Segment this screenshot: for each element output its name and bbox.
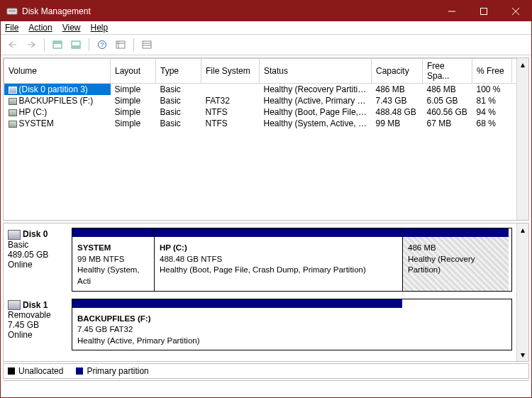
volume-icon xyxy=(9,98,17,105)
statusbar xyxy=(3,380,529,395)
titlebar: Disk Management xyxy=(1,1,531,21)
legend-primary-label: Primary partition xyxy=(87,366,148,376)
disk-graphical-pane: Disk 0Basic489.05 GBOnlineSYSTEM99 MB NT… xyxy=(3,223,529,361)
volume-icon xyxy=(9,87,17,94)
scroll-up-icon[interactable]: ▴ xyxy=(517,223,528,236)
app-icon xyxy=(6,6,18,17)
table-row[interactable]: SYSTEMSimpleBasicNTFSHealthy (System, Ac… xyxy=(4,118,528,129)
col-layout[interactable]: Layout xyxy=(111,59,156,84)
graphical-scrollbar[interactable]: ▴ ▾ xyxy=(516,223,528,360)
disk-row: Disk 0Basic489.05 GBOnlineSYSTEM99 MB NT… xyxy=(8,228,512,291)
volume-icon xyxy=(9,121,17,128)
scroll-up-icon[interactable]: ▴ xyxy=(517,58,528,70)
svg-rect-4 xyxy=(480,8,487,14)
menu-view[interactable]: View xyxy=(62,23,81,33)
table-row[interactable]: (Disk 0 partition 3)SimpleBasicHealthy (… xyxy=(4,84,528,96)
volume-scrollbar[interactable]: ▴ xyxy=(516,58,528,220)
svg-text:?: ? xyxy=(100,41,104,48)
col-status[interactable]: Status xyxy=(260,59,372,84)
menu-help[interactable]: Help xyxy=(91,23,109,33)
disk-info[interactable]: Disk 0Basic489.05 GBOnline xyxy=(8,228,67,291)
toolbar-settings-icon[interactable] xyxy=(113,37,128,52)
nav-back-button[interactable] xyxy=(5,37,21,52)
volume-list-pane: Volume Layout Type File System Status Ca… xyxy=(3,57,529,221)
partition[interactable]: 486 MBHealthy (Recovery Partition) xyxy=(402,228,509,290)
partition[interactable]: HP (C:)488.48 GB NTFSHealthy (Boot, Page… xyxy=(154,228,402,290)
svg-rect-1 xyxy=(9,10,16,11)
svg-rect-13 xyxy=(116,41,125,48)
svg-rect-16 xyxy=(143,41,151,48)
svg-rect-10 xyxy=(72,45,80,48)
menubar: File Action View Help xyxy=(1,21,531,35)
table-row[interactable]: BACKUPFILES (F:)SimpleBasicFAT32Healthy … xyxy=(4,95,528,106)
minimize-button[interactable] xyxy=(436,1,467,21)
col-volume[interactable]: Volume xyxy=(4,59,111,84)
col-capacity[interactable]: Capacity xyxy=(372,59,423,84)
partition[interactable]: BACKUPFILES (F:)7.45 GB FAT32Healthy (Ac… xyxy=(72,299,402,350)
nav-forward-button[interactable] xyxy=(23,37,39,52)
col-free[interactable]: Free Spa... xyxy=(423,59,472,84)
col-type[interactable]: Type xyxy=(156,59,201,84)
legend-unallocated-label: Unallocated xyxy=(18,366,63,376)
window-title: Disk Management xyxy=(22,6,436,16)
legend-primary: Primary partition xyxy=(76,366,148,376)
toolbar-view-top-icon[interactable] xyxy=(50,37,65,52)
col-pct[interactable]: % Free xyxy=(472,59,512,84)
legend: Unallocated Primary partition xyxy=(3,363,529,379)
disk-row: Disk 1Removable7.45 GBOnlineBACKUPFILES … xyxy=(8,299,512,351)
maximize-button[interactable] xyxy=(467,1,499,21)
menu-file[interactable]: File xyxy=(5,23,18,33)
table-header-row: Volume Layout Type File System Status Ca… xyxy=(4,59,528,84)
scroll-down-icon[interactable]: ▾ xyxy=(517,349,528,361)
svg-rect-8 xyxy=(53,41,62,44)
table-row[interactable]: HP (C:)SimpleBasicNTFSHealthy (Boot, Pag… xyxy=(4,106,528,118)
partition[interactable]: SYSTEM99 MB NTFSHealthy (System, Acti xyxy=(72,228,154,290)
svg-rect-2 xyxy=(9,11,16,12)
volume-table[interactable]: Volume Layout Type File System Status Ca… xyxy=(4,58,528,129)
disk-icon xyxy=(8,230,21,240)
disk-icon xyxy=(8,300,21,310)
volume-icon xyxy=(9,109,17,116)
col-fs[interactable]: File System xyxy=(201,59,260,84)
toolbar-help-icon[interactable]: ? xyxy=(94,37,110,52)
disk-info[interactable]: Disk 1Removable7.45 GBOnline xyxy=(8,299,67,351)
toolbar-list-icon[interactable] xyxy=(139,37,155,52)
disk-partitions: BACKUPFILES (F:)7.45 GB FAT32Healthy (Ac… xyxy=(72,299,512,351)
disk-partitions: SYSTEM99 MB NTFSHealthy (System, ActiHP … xyxy=(72,228,512,291)
close-button[interactable] xyxy=(499,1,531,21)
toolbar: ? xyxy=(1,35,531,55)
toolbar-view-bottom-icon[interactable] xyxy=(68,37,84,52)
legend-unallocated: Unallocated xyxy=(8,366,63,376)
menu-action[interactable]: Action xyxy=(28,23,52,33)
